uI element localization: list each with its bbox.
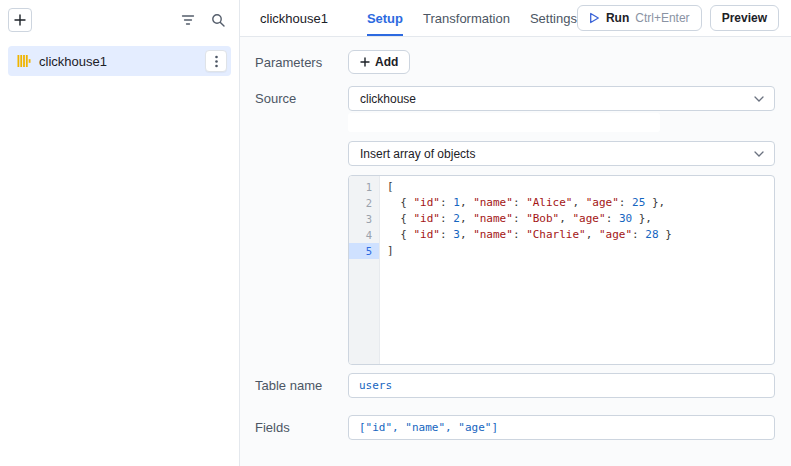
run-shortcut: Ctrl+Enter — [635, 11, 689, 25]
query-title: clickhouse1 — [260, 11, 367, 26]
json-code-editor[interactable]: 12345 [ { "id": 1, "name": "Alice", "age… — [348, 175, 775, 365]
source-select[interactable]: clickhouse — [348, 86, 775, 111]
main-panel: clickhouse1 Setup Transformation Setting… — [240, 0, 791, 466]
plus-icon — [14, 14, 26, 26]
sidebar-toolbar — [8, 6, 231, 34]
preview-label: Preview — [722, 11, 767, 25]
datasource-subtext-box — [348, 113, 660, 132]
source-label: Source — [255, 86, 348, 106]
tab-settings[interactable]: Settings — [530, 0, 577, 36]
add-parameter-label: Add — [375, 55, 398, 69]
clickhouse-icon — [17, 54, 31, 68]
sidebar: clickhouse1 — [0, 0, 240, 466]
editor-code[interactable]: [ { "id": 1, "name": "Alice", "age": 25 … — [380, 176, 774, 364]
header-actions: Run Ctrl+Enter Preview — [577, 5, 779, 31]
filter-icon — [181, 14, 195, 26]
search-icon — [211, 13, 225, 27]
entity-menu-button[interactable] — [205, 50, 227, 72]
run-label: Run — [606, 11, 629, 25]
kebab-icon — [215, 55, 218, 68]
editor-gutter: 12345 — [349, 176, 380, 364]
tab-transformation[interactable]: Transformation — [423, 0, 510, 36]
fields-input[interactable] — [348, 415, 775, 440]
entity-label: clickhouse1 — [39, 54, 197, 69]
tab-setup[interactable]: Setup — [367, 0, 403, 36]
filter-button[interactable] — [181, 14, 195, 26]
query-header: clickhouse1 Setup Transformation Setting… — [240, 0, 791, 37]
fields-label: Fields — [255, 415, 348, 435]
sidebar-item-clickhouse1[interactable]: clickhouse1 — [8, 46, 231, 76]
plus-icon — [360, 57, 370, 67]
parameters-label: Parameters — [255, 50, 348, 70]
source-select-value: clickhouse — [360, 92, 416, 106]
table-name-input[interactable] — [348, 373, 775, 398]
run-button[interactable]: Run Ctrl+Enter — [577, 5, 702, 31]
table-name-label: Table name — [255, 373, 348, 393]
sidebar-top-icons — [181, 13, 231, 27]
query-form: Parameters Add Source clickhouse — [240, 37, 791, 466]
tab-bar: Setup Transformation Settings — [367, 0, 577, 36]
add-parameter-button[interactable]: Add — [348, 50, 410, 74]
chevron-down-icon — [754, 151, 764, 157]
preview-button[interactable]: Preview — [710, 5, 779, 31]
command-select[interactable]: Insert array of objects — [348, 141, 775, 166]
add-query-button[interactable] — [8, 8, 32, 32]
play-icon — [589, 12, 600, 24]
command-select-value: Insert array of objects — [360, 147, 475, 161]
search-button[interactable] — [211, 13, 225, 27]
app-root: clickhouse1 clickhouse1 Setup Transforma… — [0, 0, 791, 466]
chevron-down-icon — [754, 96, 764, 102]
